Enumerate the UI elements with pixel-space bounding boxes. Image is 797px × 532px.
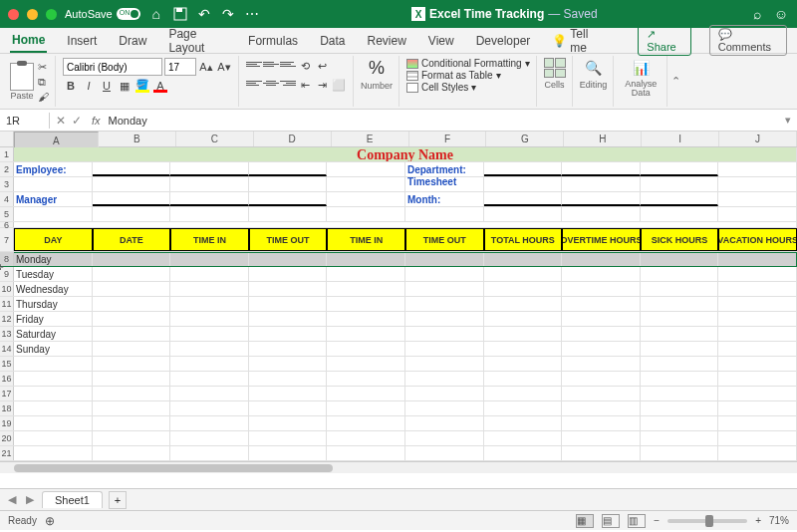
header-cell[interactable]: TIME OUT (249, 228, 328, 251)
undo-icon[interactable]: ↶ (196, 6, 212, 22)
add-sheet-button[interactable]: + (109, 491, 127, 509)
col-header[interactable]: F (409, 132, 487, 146)
col-header[interactable]: I (642, 132, 719, 146)
redo-icon[interactable]: ↷ (220, 6, 236, 22)
zoom-in-button[interactable]: + (755, 515, 761, 526)
zoom-level[interactable]: 71% (769, 515, 789, 526)
window-zoom-button[interactable] (46, 9, 57, 20)
col-header[interactable]: J (719, 132, 797, 146)
day-cell[interactable]: Tuesday (14, 267, 93, 281)
name-box[interactable]: 1R (0, 113, 50, 129)
header-cell[interactable]: OVERTIME HOURS (562, 228, 641, 251)
bold-button[interactable]: B (63, 78, 79, 94)
align-right-icon[interactable] (280, 77, 296, 89)
manager-label-cell[interactable]: Manager (14, 192, 93, 206)
col-header[interactable]: C (176, 132, 254, 146)
page-layout-view-button[interactable]: ▤ (602, 514, 620, 528)
row-number[interactable]: 18 (0, 401, 14, 415)
sheet-nav-next-icon[interactable]: ▶ (24, 493, 36, 506)
tab-data[interactable]: Data (318, 30, 347, 52)
row-number[interactable]: 7 (0, 228, 14, 251)
row-number[interactable]: 8✛ (0, 252, 14, 266)
share-button[interactable]: ↗ Share (638, 25, 690, 56)
tab-view[interactable]: View (426, 30, 456, 52)
percent-icon[interactable]: % (369, 58, 385, 79)
comments-button[interactable]: 💬 Comments (709, 25, 787, 56)
zoom-out-button[interactable]: − (654, 515, 660, 526)
row-number[interactable]: 14 (0, 342, 14, 356)
scrollbar-thumb[interactable] (14, 464, 333, 472)
font-name-select[interactable] (63, 58, 162, 76)
align-top-icon[interactable] (246, 58, 262, 70)
find-icon[interactable]: 🔍 (583, 58, 603, 78)
window-minimize-button[interactable] (27, 9, 38, 20)
increase-indent-icon[interactable]: ⇥ (314, 77, 330, 93)
align-left-icon[interactable] (246, 77, 262, 89)
row-number[interactable]: 21 (0, 446, 14, 460)
autosave-toggle[interactable]: AutoSave ON (65, 8, 140, 20)
header-cell[interactable]: TOTAL HOURS (484, 228, 563, 251)
increase-font-icon[interactable]: A▴ (198, 59, 214, 75)
copy-icon[interactable]: ⧉ (38, 76, 49, 89)
row-number[interactable]: 4 (0, 192, 14, 206)
row-number[interactable]: 16 (0, 372, 14, 386)
company-name-cell[interactable]: Company Name (14, 147, 797, 161)
tell-me[interactable]: 💡Tell me (550, 23, 602, 59)
col-header[interactable]: H (564, 132, 642, 146)
tab-review[interactable]: Review (365, 30, 407, 52)
col-header[interactable]: D (254, 132, 332, 146)
spreadsheet-grid[interactable]: A B C D E F G H I J 1 Company Name 2 Emp… (0, 132, 797, 488)
window-close-button[interactable] (8, 9, 19, 20)
row-number[interactable]: 15 (0, 357, 14, 371)
month-label-cell[interactable]: Month: (405, 192, 484, 206)
header-cell[interactable]: VACATION HOURS (718, 228, 797, 251)
tab-formulas[interactable]: Formulas (246, 30, 300, 52)
day-cell[interactable]: Wednesday (14, 282, 93, 296)
accessibility-icon[interactable]: ⊕ (45, 514, 55, 528)
merge-icon[interactable]: ⬜ (331, 77, 347, 93)
enter-icon[interactable]: ✓ (72, 114, 82, 128)
day-cell[interactable]: Sunday (14, 342, 93, 356)
col-header[interactable]: B (99, 132, 176, 146)
row-number[interactable]: 13 (0, 327, 14, 341)
tab-insert[interactable]: Insert (65, 30, 99, 52)
expand-formula-bar-icon[interactable]: ▾ (779, 114, 797, 127)
analyse-icon[interactable]: 📊 (631, 58, 651, 78)
row-number[interactable]: 10 (0, 282, 14, 296)
cells-icon[interactable] (544, 58, 566, 78)
row-number[interactable]: 6 (0, 222, 14, 227)
cell-styles-button[interactable]: Cell Styles▾ (406, 82, 530, 93)
col-header[interactable]: E (332, 132, 409, 146)
sheet-nav-prev-icon[interactable]: ◀ (6, 493, 18, 506)
search-icon[interactable]: ⌕ (749, 6, 765, 22)
orientation-icon[interactable]: ⟲ (297, 58, 313, 74)
day-cell[interactable]: Saturday (14, 327, 93, 341)
paste-icon[interactable] (10, 63, 34, 91)
header-cell[interactable]: DAY (14, 228, 93, 251)
day-cell[interactable]: Friday (14, 312, 93, 326)
decrease-font-icon[interactable]: A▾ (216, 59, 232, 75)
col-header[interactable]: G (486, 132, 564, 146)
save-icon[interactable] (172, 6, 188, 22)
row-number[interactable]: 2 (0, 162, 14, 176)
format-painter-icon[interactable]: 🖌 (38, 91, 49, 103)
horizontal-scrollbar[interactable] (0, 461, 797, 473)
tab-developer[interactable]: Developer (474, 30, 533, 52)
more-icon[interactable]: ⋯ (244, 6, 260, 22)
select-all-corner[interactable] (0, 132, 14, 146)
day-cell[interactable]: Monday (14, 252, 93, 266)
header-cell[interactable]: TIME IN (327, 228, 405, 251)
fx-label[interactable]: fx (88, 115, 105, 127)
row-number[interactable]: 19 (0, 416, 14, 430)
font-size-select[interactable] (164, 58, 196, 76)
header-cell[interactable]: SICK HOURS (641, 228, 719, 251)
zoom-thumb[interactable] (705, 515, 713, 527)
wrap-text-icon[interactable]: ↩ (314, 58, 330, 74)
row-number[interactable]: 11 (0, 297, 14, 311)
align-center-icon[interactable] (263, 77, 279, 89)
conditional-formatting-button[interactable]: Conditional Formatting▾ (406, 58, 530, 69)
row-number[interactable]: 1 (0, 147, 14, 161)
row-number[interactable]: 12 (0, 312, 14, 326)
italic-button[interactable]: I (81, 78, 97, 94)
cut-icon[interactable]: ✂ (38, 61, 49, 74)
